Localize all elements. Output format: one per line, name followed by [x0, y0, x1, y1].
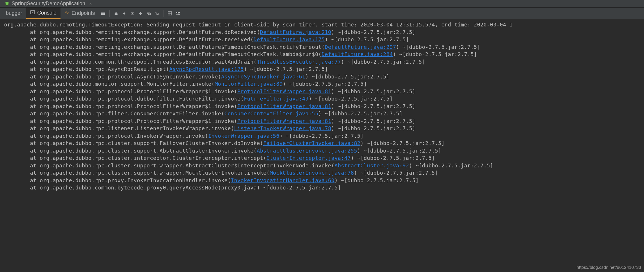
source-link[interactable]: AbstractCluster.java:92: [335, 162, 409, 169]
stack-frame-suffix: ) ~[dubbo-2.7.5.jar:2.7.5]: [335, 177, 419, 183]
stack-frame-text: at org.apache.dubbo.rpc.cluster.support.…: [4, 148, 257, 154]
editor-tab-bar: SpringSecurityDemoApplication ×: [0, 0, 644, 8]
source-link[interactable]: InvokerInvocationHandler.java:60: [231, 177, 335, 183]
source-link[interactable]: FutureFilter.java:49: [244, 96, 309, 102]
down-arrow-underline-icon[interactable]: [128, 9, 136, 17]
watermark-text: https://blog.csdn.net/u012410733: [577, 265, 641, 270]
tab-debugger[interactable]: bugger: [2, 8, 26, 19]
stack-frame-suffix: ) ~[dubbo-2.7.5.jar:2.7.5]: [360, 140, 445, 146]
file-tab-springsecuritydemoapplication[interactable]: SpringSecurityDemoApplication ×: [2, 0, 95, 7]
tab-console-label: Console: [37, 10, 56, 16]
stack-frame-suffix: ) ~[dubbo-2.7.5.jar:2.7.5]: [331, 125, 416, 131]
stack-frame: at org.apache.dubbo.rpc.cluster.support.…: [4, 139, 644, 147]
stack-frame: at org.apache.dubbo.remoting.exchange.su…: [4, 28, 644, 36]
svg-rect-7: [124, 12, 124, 13]
down-arrow-icon[interactable]: [120, 9, 128, 17]
source-link[interactable]: ProtocolFilterWrapper.java:81: [237, 118, 331, 124]
source-link[interactable]: ProtocolFilterWrapper.java:81: [237, 88, 331, 94]
stack-frame: at org.apache.dubbo.rpc.protocol.AsyncTo…: [4, 73, 644, 80]
stack-frame: at org.apache.dubbo.rpc.cluster.support.…: [4, 162, 644, 169]
stack-frame-suffix: ) ~[dubbo-2.7.5.jar:2.7.5]: [393, 51, 477, 57]
svg-rect-6: [115, 14, 118, 15]
stack-frame-text: at org.apache.dubbo.rpc.cluster.support.…: [4, 170, 270, 176]
stack-frame: at org.apache.dubbo.common.threadpool.Th…: [4, 58, 644, 66]
source-link[interactable]: ClusterInterceptor.java:47: [266, 155, 351, 161]
run-toolwindow-toolbar: bugger Console Endpoints: [0, 8, 644, 19]
exception-line: org.apache.dubbo.remoting.TimeoutExcepti…: [4, 21, 644, 28]
source-link[interactable]: MockClusterInvoker.java:78: [270, 170, 354, 176]
stack-frame: at org.apache.dubbo.rpc.cluster.support.…: [4, 147, 644, 155]
stack-frame: at org.apache.dubbo.remoting.exchange.su…: [4, 51, 644, 58]
stack-frame-suffix: ) ~[dubbo-2.7.5.jar:2.7.5]: [331, 103, 416, 109]
stack-frame-text: at org.apache.dubbo.rpc.protocol.Protoco…: [4, 88, 237, 94]
stack-frame: at org.apache.dubbo.rpc.protocol.Protoco…: [4, 117, 644, 125]
stack-frame: at org.apache.dubbo.monitor.support.Moni…: [4, 80, 644, 88]
stack-frame-suffix: ) ~[dubbo-2.7.5.jar:2.7.5]: [309, 96, 393, 102]
source-link[interactable]: ConsumerContextFilter.java:55: [224, 110, 318, 117]
stack-frame-text: at org.apache.dubbo.rpc.cluster.support.…: [4, 162, 335, 169]
svg-point-13: [177, 12, 178, 13]
close-icon[interactable]: ×: [89, 1, 92, 6]
stack-frame: at org.apache.dubbo.rpc.AsyncRpcResult.g…: [4, 65, 644, 73]
stack-frame: at org.apache.dubbo.rpc.cluster.support.…: [4, 169, 644, 177]
source-link[interactable]: DefaultFuture.java:210: [260, 29, 331, 35]
stack-frame-suffix: ) ~[dubbo-2.7.5.jar:2.7.5]: [396, 44, 481, 50]
source-link[interactable]: ListenerInvokerWrapper.java:78: [234, 125, 331, 131]
source-link[interactable]: AsyncToSyncInvoker.java:61: [221, 74, 305, 80]
source-link[interactable]: InvokerWrapper.java:56: [208, 133, 280, 139]
source-link[interactable]: DefaultFuture.java:175: [254, 36, 325, 42]
console-output[interactable]: org.apache.dubbo.remoting.TimeoutExcepti…: [0, 19, 644, 193]
stack-frame-text: at org.apache.dubbo.common.threadpool.Th…: [4, 59, 257, 65]
wrap-text-icon[interactable]: [145, 9, 153, 17]
console-icon: [30, 10, 35, 16]
stack-frame: at org.apache.dubbo.rpc.cluster.intercep…: [4, 154, 644, 162]
stack-frame: at org.apache.dubbo.rpc.protocol.dubbo.f…: [4, 95, 644, 103]
stack-frame: at org.apache.dubbo.rpc.protocol.Protoco…: [4, 103, 644, 110]
stack-frame-text: at org.apache.dubbo.rpc.protocol.Protoco…: [4, 103, 237, 109]
source-link[interactable]: AbstractClusterInvoker.java:255: [257, 148, 357, 154]
svg-rect-9: [140, 13, 141, 15]
svg-rect-8: [131, 15, 134, 15]
stack-frame-suffix: ) ~[dubbo-2.7.5.jar:2.7.5]: [280, 133, 364, 139]
svg-rect-4: [101, 13, 105, 14]
up-stack-icon[interactable]: [112, 9, 120, 17]
more-icon[interactable]: [99, 9, 107, 17]
stack-frame-text: at org.apache.dubbo.rpc.cluster.intercep…: [4, 155, 266, 161]
svg-rect-3: [101, 12, 105, 12]
stack-frame-suffix: ) ~[dubbo-2.7.5.jar:2.7.5]: [331, 29, 416, 35]
stack-frame-suffix: ) ~[dubbo-2.7.5.jar:2.7.5]: [325, 36, 409, 42]
stack-frame-text: at org.apache.dubbo.rpc.listener.Listene…: [4, 125, 234, 131]
scroll-to-end-icon[interactable]: [153, 9, 161, 17]
source-link[interactable]: DefaultFuture.java:284: [321, 51, 393, 57]
separator: [109, 10, 110, 17]
stack-frame-text: at org.apache.dubbo.rpc.protocol.Invoker…: [4, 133, 208, 139]
up-arrow-icon[interactable]: [136, 9, 145, 17]
stack-frame-text: at org.apache.dubbo.monitor.support.Moni…: [4, 81, 215, 87]
stack-frame-suffix: ) ~[dubbo-2.7.5.jar:2.7.5]: [283, 81, 367, 87]
stack-frame-suffix: ) ~[dubbo-2.7.5.jar:2.7.5]: [351, 155, 435, 161]
tab-endpoints[interactable]: Endpoints: [61, 8, 99, 19]
tab-console[interactable]: Console: [26, 8, 61, 19]
stack-frame-suffix: ) ~[dubbo-2.7.5.jar:2.7.5]: [305, 74, 390, 80]
source-link[interactable]: AsyncRpcResult.java:175: [169, 66, 244, 72]
source-link[interactable]: MonitorFilter.java:89: [215, 81, 283, 87]
settings-sliders-icon[interactable]: [174, 9, 182, 17]
source-link[interactable]: DefaultFuture.java:297: [325, 44, 396, 50]
stack-frame-suffix: ) ~[dubbo-2.7.5.jar:2.7.5]: [354, 170, 438, 176]
tab-endpoints-label: Endpoints: [72, 10, 95, 16]
stack-frame-text: at org.apache.dubbo.rpc.cluster.support.…: [4, 140, 263, 146]
stack-frame: at org.apache.dubbo.common.bytecode.prox…: [4, 184, 644, 192]
source-link[interactable]: FailoverClusterInvoker.java:82: [263, 140, 360, 146]
stack-frame-text: at org.apache.dubbo.remoting.exchange.su…: [4, 29, 260, 35]
stack-frame-text: at org.apache.dubbo.common.bytecode.prox…: [4, 185, 341, 191]
endpoints-icon: [65, 10, 69, 16]
stack-frame-text: at org.apache.dubbo.rpc.filter.ConsumerC…: [4, 110, 224, 117]
stack-frame: at org.apache.dubbo.rpc.proxy.InvokerInv…: [4, 177, 644, 184]
stack-frame: at org.apache.dubbo.remoting.exchange.su…: [4, 43, 644, 51]
stack-frame: at org.apache.dubbo.rpc.protocol.Protoco…: [4, 88, 644, 95]
source-link[interactable]: ThreadlessExecutor.java:77: [257, 59, 341, 65]
print-icon[interactable]: [166, 9, 174, 17]
stack-frame-suffix: ) ~[dubbo-2.7.5.jar:2.7.5]: [244, 66, 328, 72]
source-link[interactable]: ProtocolFilterWrapper.java:81: [237, 103, 331, 109]
stack-frame: at org.apache.dubbo.rpc.protocol.Invoker…: [4, 132, 644, 140]
